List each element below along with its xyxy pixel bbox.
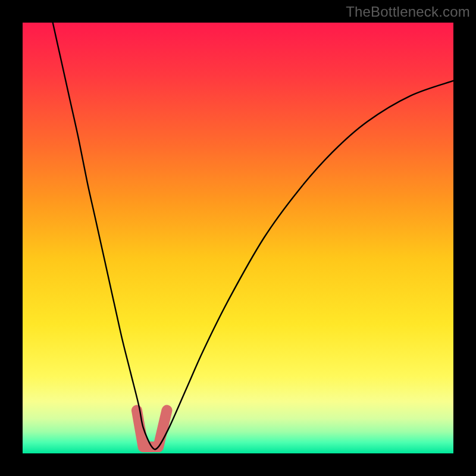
chart-svg bbox=[23, 23, 453, 453]
watermark-text: TheBottleneck.com bbox=[346, 4, 470, 20]
plot-area bbox=[23, 23, 453, 453]
gradient-background bbox=[23, 23, 453, 453]
chart-frame: TheBottleneck.com bbox=[0, 0, 476, 476]
